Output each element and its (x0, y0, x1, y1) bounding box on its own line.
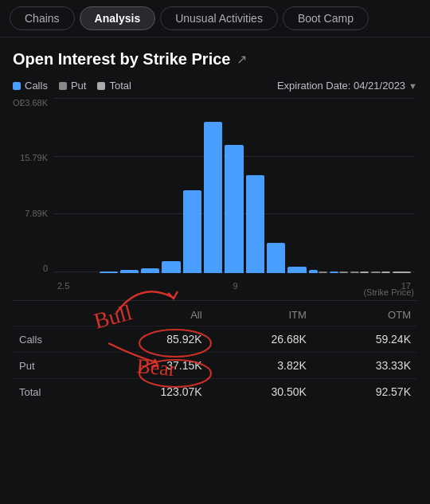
bar-calls-7 (204, 122, 222, 273)
nav-analysis[interactable]: Analysis (80, 6, 156, 30)
bar-group-8 (225, 145, 243, 274)
legend-calls: Calls (13, 80, 48, 92)
x-label-6: 9 (233, 281, 237, 291)
bars-container (54, 98, 414, 273)
nav-bootcamp[interactable]: Boot Camp (283, 6, 369, 30)
y-label-top: 23.68K (20, 98, 48, 107)
bar-puts-12 (319, 272, 327, 273)
y-label-mid2: 7.89K (25, 209, 48, 218)
bar-calls-11 (287, 267, 306, 273)
table-header-row: All ITM OTM (13, 301, 417, 326)
col-header-itm: ITM (209, 301, 313, 326)
bar-calls-3 (120, 270, 139, 273)
table-row-0: Calls85.92K26.68K59.24K (13, 326, 417, 353)
bar-group-3 (120, 270, 139, 273)
export-icon[interactable]: ↗ (236, 52, 247, 67)
bar-group-15 (371, 272, 389, 273)
bar-total-15 (381, 272, 390, 273)
bar-group-9 (246, 175, 264, 274)
bar-group-2 (100, 272, 118, 273)
table-cell-all-1: 37.15K (91, 353, 209, 379)
bar-calls-12 (309, 270, 318, 273)
bar-calls-6 (183, 190, 201, 274)
y-axis: 23.68K 15.79K 7.89K 0 (13, 98, 51, 273)
bar-total-14 (360, 272, 369, 273)
put-label: Put (71, 80, 87, 92)
y-label-mid1: 15.79K (20, 153, 48, 162)
bar-calls-2 (100, 272, 118, 273)
col-header-label (13, 301, 91, 326)
bar-calls-9 (246, 175, 264, 274)
table-header: All ITM OTM (13, 301, 417, 326)
x-axis: 2.5 9 17 (54, 275, 414, 297)
calls-dot (13, 82, 21, 90)
table-row-2: Total123.07K30.50K92.57K (13, 379, 417, 405)
legend-row: Calls Put Total Expiration Date: 04/21/2… (13, 80, 417, 92)
col-header-all: All (91, 301, 209, 326)
table-body: Calls85.92K26.68K59.24KPut37.15K3.82K33.… (13, 326, 417, 405)
table-cell-label-0: Calls (13, 326, 91, 353)
chart-inner (54, 98, 414, 273)
table-cell-itm-0: 26.68K (209, 326, 313, 353)
col-header-otm: OTM (313, 301, 417, 326)
table-cell-all-2: 123.07K (91, 379, 209, 405)
expiry-label: Expiration Date: 04/21/2023 (277, 80, 405, 92)
bar-group-7 (204, 122, 222, 273)
expiry-row: Expiration Date: 04/21/2023 ▼ (277, 80, 417, 92)
table-cell-otm-1: 33.33K (313, 353, 417, 379)
title-row: Open Interest by Strike Price ↗ (13, 50, 417, 68)
bar-group-4 (141, 268, 159, 273)
bar-group-5 (162, 261, 180, 273)
table-cell-otm-2: 92.57K (313, 379, 417, 405)
calls-label: Calls (25, 80, 48, 92)
bar-calls-5 (162, 261, 180, 273)
page-content: Open Interest by Strike Price ↗ Calls Pu… (0, 37, 430, 417)
bar-group-12 (309, 270, 327, 273)
legend-total: Total (97, 80, 131, 92)
nav-bar: Chains Analysis Unusual Activities Boot … (0, 0, 430, 37)
total-label: Total (109, 80, 131, 92)
table-cell-label-2: Total (13, 379, 91, 405)
bar-calls-10 (267, 243, 285, 273)
table-cell-itm-2: 30.50K (209, 379, 313, 405)
data-table-section: All ITM OTM Calls85.92K26.68K59.24KPut37… (13, 300, 417, 417)
bar-total-16 (393, 272, 411, 273)
bar-puts-13 (339, 272, 348, 273)
x-axis-title: (Strike Price) (363, 287, 414, 297)
put-dot (59, 82, 67, 90)
total-dot (97, 82, 105, 90)
bar-calls-13 (330, 272, 338, 273)
bar-puts-14 (350, 272, 359, 273)
nav-unusual[interactable]: Unusual Activities (160, 6, 278, 30)
bar-group-14 (350, 272, 369, 273)
x-label-0: 2.5 (57, 281, 69, 291)
page-title: Open Interest by Strike Price (13, 50, 230, 68)
table-cell-otm-0: 59.24K (313, 326, 417, 353)
table-cell-all-0: 85.92K (91, 326, 209, 353)
table-cell-label-1: Put (13, 353, 91, 379)
bar-calls-8 (225, 145, 243, 274)
bar-group-6 (183, 190, 201, 274)
table-row-1: Put37.15K3.82K33.33K (13, 353, 417, 379)
oi-table: All ITM OTM Calls85.92K26.68K59.24KPut37… (13, 301, 417, 404)
bar-group-11 (287, 267, 306, 273)
y-label-bottom: 0 (43, 264, 48, 273)
bar-group-10 (267, 243, 285, 273)
bar-group-16 (393, 272, 411, 273)
bar-calls-4 (141, 268, 159, 273)
table-cell-itm-1: 3.82K (209, 353, 313, 379)
bar-puts-15 (371, 272, 380, 273)
bar-group-13 (330, 272, 348, 273)
chart-legend: Calls Put Total (13, 80, 131, 92)
chart-wrapper: OI 23.68K 15.79K 7.89K 0 (13, 98, 417, 297)
nav-chains[interactable]: Chains (10, 6, 75, 30)
chart-area: OI 23.68K 15.79K 7.89K 0 (13, 98, 417, 297)
legend-put: Put (59, 80, 87, 92)
expiry-dropdown-icon[interactable]: ▼ (408, 81, 417, 91)
